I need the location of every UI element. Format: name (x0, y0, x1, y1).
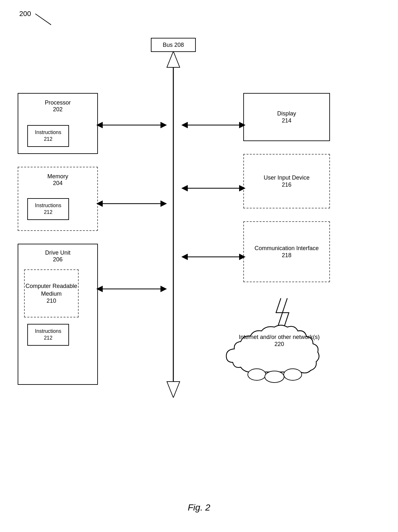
diagram-container: 200 Bus 208 Processor 202 Instructions 2… (0, 0, 398, 532)
drive-instructions-box: Instructions 212 (27, 324, 69, 346)
drive-instr-num: 212 (44, 335, 53, 342)
svg-marker-8 (239, 122, 246, 128)
bus-arrow-svg (164, 51, 183, 398)
proc-instr-num: 212 (44, 136, 53, 143)
memory-label: Memory 204 (27, 173, 88, 187)
ci-title: Communication Interface (255, 245, 319, 252)
proc-instr-label: Instructions (35, 129, 61, 136)
network-title: Internet and/or other network(s) (225, 334, 334, 341)
figure-id-arrow (35, 13, 51, 25)
uid-number: 216 (282, 182, 291, 188)
svg-marker-20 (239, 254, 246, 260)
bus-uid-arrow (181, 183, 246, 193)
crm-number: 210 (47, 298, 56, 304)
svg-marker-17 (160, 286, 167, 292)
svg-marker-4 (96, 122, 103, 128)
svg-point-22 (265, 371, 284, 383)
svg-marker-11 (160, 200, 167, 207)
figure-caption: Fig. 2 (188, 502, 210, 513)
processor-label: Processor 202 (27, 99, 88, 113)
drive-unit-label: Drive Unit 206 (27, 249, 88, 263)
drive-bus-arrow (96, 284, 167, 294)
processor-display-arrow (181, 120, 246, 130)
network-cloud-label: Internet and/or other network(s) 220 (225, 334, 334, 348)
bus-box: Bus 208 (151, 38, 196, 52)
processor-bus-arrow (96, 120, 167, 130)
memory-instructions-box: Instructions 212 (27, 198, 69, 220)
crm-box: Computer Readable Medium 210 (24, 269, 79, 317)
user-input-device-box: User Input Device 216 (243, 154, 330, 208)
svg-marker-14 (239, 185, 246, 191)
display-title: Display (277, 110, 296, 117)
svg-point-23 (284, 369, 302, 380)
svg-marker-5 (160, 122, 167, 128)
network-number: 220 (225, 341, 334, 348)
display-box: Display 214 (243, 93, 330, 141)
mem-instr-label: Instructions (35, 202, 61, 209)
svg-marker-19 (181, 254, 188, 260)
processor-instructions-box: Instructions 212 (27, 125, 69, 147)
svg-marker-1 (167, 51, 180, 67)
bus-ci-arrow (181, 252, 246, 262)
svg-marker-7 (181, 122, 188, 128)
svg-point-21 (248, 369, 266, 380)
svg-marker-13 (181, 185, 188, 191)
uid-title: User Input Device (264, 174, 309, 182)
crm-title: Computer Readable Medium (25, 283, 78, 298)
memory-bus-arrow (96, 199, 167, 208)
communication-interface-box: Communication Interface 218 (243, 221, 330, 282)
figure-id-label: 200 (19, 10, 31, 18)
svg-marker-2 (167, 382, 180, 398)
svg-marker-16 (96, 286, 103, 292)
svg-marker-10 (96, 200, 103, 207)
drive-instr-label: Instructions (35, 328, 61, 335)
mem-instr-num: 212 (44, 209, 53, 216)
display-number: 214 (282, 117, 291, 124)
bus-label: Bus 208 (163, 42, 184, 48)
ci-number: 218 (282, 252, 291, 259)
